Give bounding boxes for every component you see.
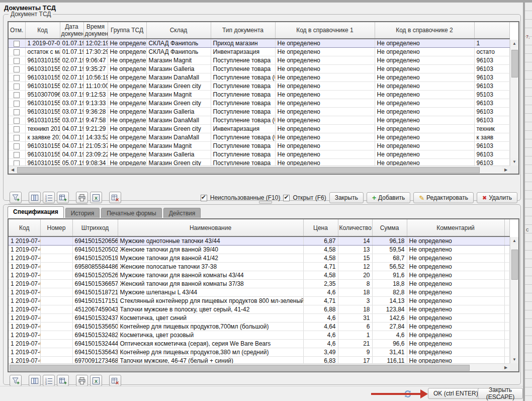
col-header-mark[interactable]: Отм. [9,22,25,39]
col-header-time[interactable]: Время документа [83,22,108,39]
specification-row[interactable]: 1 2019-07-016941501520519Мужские тапочки… [9,254,510,263]
add-button[interactable]: +Добавить [367,192,410,203]
col-header-name[interactable]: Наименование [118,219,303,236]
edit-button[interactable]: ✎Редактировать [413,192,474,203]
col-header-quantity[interactable]: Количество [338,219,372,236]
specification-row[interactable]: 1 2019-07-016941501520656Мужские однотон… [9,236,510,246]
scroll-up-icon[interactable]: ▲ [510,237,518,245]
tab-print-forms[interactable]: Печатные формы [101,208,161,218]
vertical-scrollbar[interactable]: ▲ ▼ [510,237,518,363]
table-clear-button[interactable] [109,192,121,203]
col-header-group[interactable]: Группа ТСД [108,22,146,39]
export-excel-button[interactable]: X [90,375,102,386]
col-header-code[interactable]: Код [25,22,60,39]
scroll-up-icon[interactable]: ▲ [510,40,518,47]
col-header-number[interactable]: Номер [40,219,72,236]
print-button[interactable] [76,192,88,203]
col-header-sum[interactable]: Сумма [372,219,407,236]
col-header-barcode[interactable]: Штрихкод [72,219,118,236]
tab-history[interactable]: История [65,208,100,218]
document-row[interactable]: техникп 201904.07.199:21:29Не определено… [9,125,510,133]
unused-checkbox[interactable] [201,195,207,201]
col-header-date[interactable]: Дата документа [60,22,83,39]
specification-row[interactable]: 1 2019-07-016941501532482Косметичка, цве… [9,331,510,340]
row-checkbox[interactable] [14,84,20,90]
row-checkbox[interactable] [14,92,20,98]
table-clear-button[interactable] [109,375,121,386]
specification-row[interactable]: 1 2019-07-016941501518721Мужские шлепанц… [9,288,510,297]
document-row[interactable]: 9610310155903.07.199:36:28Не определеноМ… [9,108,510,116]
delete-button[interactable]: ✖Удалить [477,192,517,203]
row-checkbox[interactable] [14,143,20,149]
column-setup-button[interactable] [29,375,41,386]
row-checkbox[interactable] [14,75,20,81]
tab-actions[interactable]: Действия [163,208,201,218]
col-header-ref2[interactable]: Код в справочнике 2 [375,22,474,39]
row-checkbox[interactable] [14,118,20,124]
open-checkbox[interactable] [283,195,290,201]
specification-row[interactable]: 1 2019-07-016941501520502Женские тапочки… [9,246,510,254]
col-header-extra[interactable] [504,219,510,236]
document-row[interactable]: 9610310155904.07.1921:05:37Не определено… [9,142,510,150]
document-row[interactable]: к заявке 201904.07.1914:33:52Не определе… [9,133,510,142]
table-add-button[interactable] [57,375,69,386]
specification-row[interactable]: 1 2019-07-016941501532444Оптическая косм… [9,340,510,348]
col-header-extra[interactable] [474,22,510,39]
col-header-price[interactable]: Цена [303,219,338,236]
document-row[interactable]: 9610310155902.07.199:06:47Не определеноМ… [9,56,510,65]
tab-specification[interactable]: Спецификация [8,206,64,218]
specification-row[interactable]: 1 2019-07-016941501520526Мужские тапочки… [9,271,510,280]
specification-row[interactable]: 1 2019-07-014512067459043Тапочки мужские… [9,305,510,314]
close-escape-button[interactable]: Закрыть (ESCAPE) [478,388,523,399]
filter-button[interactable] [10,375,22,386]
row-checkbox[interactable] [14,66,20,72]
row-numbering-button[interactable]: 123 [43,375,55,386]
table-add-button[interactable] [57,192,69,203]
filter-button[interactable] [10,192,22,203]
scrollbar-thumb[interactable] [10,365,470,371]
row-checkbox[interactable] [14,101,20,107]
export-excel-button[interactable]: X [90,192,102,203]
ok-button[interactable]: OK (ctrl ENTER) [428,388,484,399]
document-row[interactable]: 9610310155903.07.199:47:58Не определеноМ… [9,116,510,125]
document-row[interactable]: остаток с маг01.07.1917:30:29Не определе… [9,48,510,56]
vertical-scrollbar[interactable]: ▲ ▼ [510,40,518,166]
scrollbar-thumb[interactable] [511,250,518,280]
horizontal-scrollbar[interactable]: ▶ [9,363,510,371]
scroll-down-icon[interactable]: ▼ [510,356,518,363]
row-checkbox[interactable] [14,152,20,158]
splitter-handle[interactable] [259,201,272,204]
document-row[interactable]: 1 2019-07-0101.07.1912:02:19Не определен… [9,39,510,48]
document-row[interactable]: 9610310155902.07.1910:56:19Не определено… [9,73,510,82]
scrollbar-thumb[interactable] [17,167,480,173]
row-checkbox[interactable] [14,58,20,64]
horizontal-scrollbar[interactable]: ◀ ▶ [9,166,510,174]
row-checkbox[interactable] [14,135,20,141]
col-header-code[interactable]: Код [9,219,40,236]
specification-row[interactable]: 1 2019-07-016941501536657Женский тапочки… [9,280,510,288]
row-numbering-button[interactable]: 123 [43,192,55,203]
document-row[interactable]: 9610310155902.07.1911:10:00Не определено… [9,82,510,91]
specification-row[interactable]: 1 2019-07-016941501535650Контейнер для п… [9,323,510,331]
close-button[interactable]: Закрыть [329,192,364,203]
specification-row[interactable]: 1 2019-07-016941501532437Косметичка, цве… [9,314,510,323]
print-button[interactable] [76,375,88,386]
row-checkbox[interactable] [14,109,20,115]
col-header-comment[interactable]: Комментарий [407,219,504,236]
document-row[interactable]: 9610310155903.07.199:13:33Не определеноМ… [9,99,510,108]
specification-row[interactable]: 1 2019-07-016958085584486Женские полосат… [9,263,510,271]
row-checkbox[interactable] [14,41,20,47]
scrollbar-thumb[interactable] [511,50,518,77]
scroll-right-icon[interactable]: ▶ [502,364,510,371]
col-header-doctype[interactable]: Тип документа [211,22,275,39]
document-row[interactable]: 9610310155904.07.1923:09:22Не определено… [9,150,510,159]
scroll-right-icon[interactable]: ▶ [502,166,510,174]
col-header-ref1[interactable]: Код в справочнике 1 [275,22,375,39]
scroll-left-icon[interactable]: ◀ [9,166,17,174]
scroll-down-icon[interactable]: ▼ [510,158,518,166]
row-checkbox[interactable] [14,49,20,55]
document-row[interactable]: 9610310155902.07.199:35:27Не определеноМ… [9,65,510,73]
col-header-warehouse[interactable]: Склад [146,22,211,39]
specification-row[interactable]: 1 2019-07-016941501517151Стеклянный конт… [9,297,510,305]
column-setup-button[interactable] [29,192,41,203]
